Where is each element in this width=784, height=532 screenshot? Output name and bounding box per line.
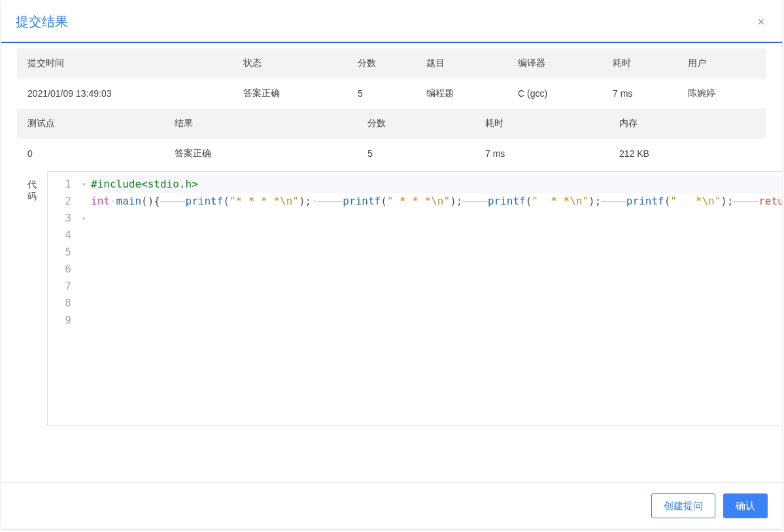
col-time: 提交时间	[17, 48, 233, 78]
cell-compiler: C (gcc)	[507, 78, 602, 108]
code-token: return	[758, 195, 782, 207]
cell-score: 5	[357, 139, 475, 169]
line-number: 9	[48, 312, 71, 329]
code-token: main	[116, 195, 142, 207]
code-token: printf	[488, 195, 526, 207]
line-number: 3	[48, 210, 71, 227]
cell-problem: 编程题	[416, 78, 507, 108]
code-token: #include<stdio.h>	[91, 178, 198, 190]
line-number: 8	[48, 295, 71, 312]
line-number-gutter: 1 2 3 4 5 6 7 8 9	[48, 172, 77, 425]
cell-testpoint: 0	[17, 139, 164, 169]
table-header-row: 测试点 结果 分数 耗时 内存	[17, 108, 766, 139]
col-result: 结果	[164, 108, 357, 139]
modal-title: 提交结果	[16, 13, 68, 31]
col-memory: 内存	[609, 108, 766, 139]
col-problem: 题目	[416, 48, 507, 78]
fold-marker	[77, 227, 91, 244]
code-content: #include<stdio.h>int·main(){————printf("…	[91, 172, 782, 425]
cell-score: 5	[347, 78, 416, 108]
ok-button[interactable]: 确认	[723, 493, 768, 518]
modal-body: 提交时间 状态 分数 题目 编译器 耗时 用户 2021/01/09 13:49…	[1, 43, 782, 482]
col-user: 用户	[677, 48, 766, 78]
col-score: 分数	[357, 108, 475, 139]
modal-footer: 创建提问 确认	[1, 482, 782, 529]
fold-marker	[77, 193, 91, 210]
cell-memory: 212 KB	[609, 139, 766, 169]
code-section: 代码 1 2 3 4 5 6 7 8 9 ▾ ▾	[17, 171, 766, 426]
line-number: 1	[48, 176, 71, 193]
code-token: int	[91, 195, 110, 207]
table-row: 2021/01/09 13:49:03 答案正确 5 编程题 C (gcc) 7…	[17, 78, 766, 108]
fold-marker	[77, 295, 91, 312]
line-number: 7	[48, 278, 71, 295]
fold-marker-icon[interactable]: ▾	[77, 210, 91, 227]
fold-marker	[77, 261, 91, 278]
line-number: 5	[48, 244, 71, 261]
cell-time: 2021/01/09 13:49:03	[17, 78, 233, 108]
code-token: printf	[186, 195, 224, 207]
testpoint-table: 测试点 结果 分数 耗时 内存 0 答案正确 5 7 ms 212 KB	[17, 108, 766, 169]
code-editor[interactable]: 1 2 3 4 5 6 7 8 9 ▾ ▾	[47, 171, 782, 426]
fold-marker	[77, 312, 91, 329]
cell-result: 答案正确	[164, 139, 357, 169]
submission-result-modal: 提交结果 × 提交时间 状态 分数 题目 编译器 耗时 用户	[1, 0, 782, 529]
fold-marker	[77, 278, 91, 295]
fold-gutter: ▾ ▾	[77, 172, 91, 425]
cell-elapsed: 7 ms	[475, 139, 609, 169]
table-row: 0 答案正确 5 7 ms 212 KB	[17, 139, 766, 169]
code-token: " *\n"	[670, 195, 721, 207]
code-label: 代码	[17, 171, 47, 426]
cell-status: 答案正确	[233, 78, 347, 108]
col-testpoint: 测试点	[17, 108, 164, 139]
col-score: 分数	[347, 48, 416, 78]
line-number: 2	[48, 193, 71, 210]
submission-summary-table: 提交时间 状态 分数 题目 编译器 耗时 用户 2021/01/09 13:49…	[17, 48, 766, 108]
cell-user: 陈婉婷	[677, 78, 766, 108]
cell-elapsed: 7 ms	[602, 78, 677, 108]
col-elapsed: 耗时	[602, 48, 677, 78]
table-header-row: 提交时间 状态 分数 题目 编译器 耗时 用户	[17, 48, 766, 78]
col-status: 状态	[233, 48, 347, 78]
code-token: " * *\n"	[532, 195, 588, 207]
line-number: 6	[48, 261, 71, 278]
code-token: printf	[343, 195, 381, 207]
code-token: {	[154, 195, 160, 207]
close-icon[interactable]: ×	[755, 14, 768, 29]
create-question-button[interactable]: 创建提问	[651, 493, 715, 518]
fold-marker-icon[interactable]: ▾	[77, 176, 91, 193]
code-token: "* * * *\n"	[230, 195, 299, 207]
col-elapsed: 耗时	[475, 108, 609, 139]
code-token: ()	[141, 195, 154, 207]
modal-header: 提交结果 ×	[1, 0, 782, 42]
code-token: printf	[626, 195, 664, 207]
fold-marker	[77, 244, 91, 261]
col-compiler: 编译器	[507, 48, 602, 78]
line-number: 4	[48, 227, 71, 244]
code-token: " * * *\n"	[387, 195, 450, 207]
